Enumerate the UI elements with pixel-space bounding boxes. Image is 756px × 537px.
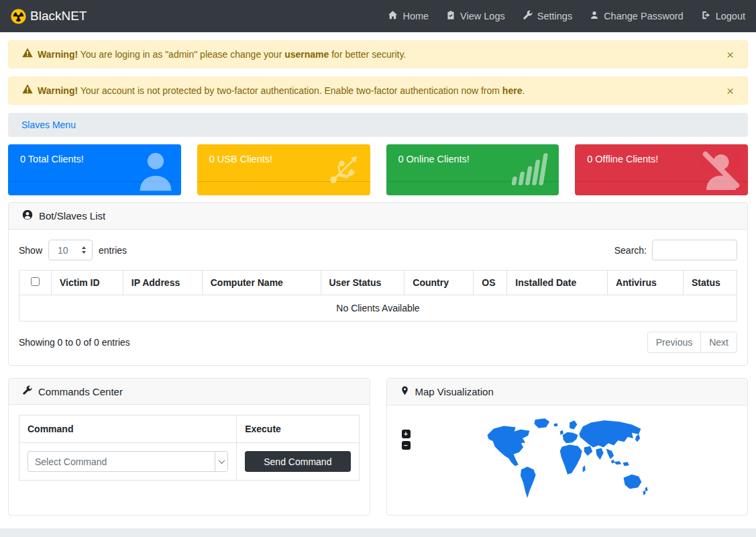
slaves-menu-link[interactable]: Slaves Menu [21,119,76,130]
map-card: Map Visualization + − [386,378,749,516]
previous-page-button[interactable]: Previous [647,332,701,353]
alert-text: You are loging in as "admin" please chan… [78,49,284,60]
total-clients-card: 0 Total Clients! [8,144,181,195]
column-country[interactable]: Country [404,271,474,295]
stats-row: 0 Total Clients! 0 USB Clients! 0 Online… [8,144,748,195]
offline-clients-label: 0 Offline Clients! [575,144,748,174]
clients-table: Victim ID IP Address Computer Name User … [19,270,737,322]
column-os[interactable]: OS [474,271,507,295]
page-length-value: 10 [58,245,68,256]
nav-label: Logout [716,11,745,21]
online-clients-card: 0 Online Clients! [386,144,559,195]
table-info: Showing 0 to 0 of 0 entries [19,337,130,348]
nav-item-view-logs[interactable]: View Logs [446,10,505,22]
clipboard-icon [446,10,455,22]
alert-text: Your account is not protected by two-fac… [78,85,502,96]
pagination: Previous Next [647,332,737,353]
nav-item-change-password[interactable]: Change Password [590,10,684,22]
alert-username-warning: Warning! You are loging in as "admin" pl… [8,40,748,68]
table-header-row: Victim ID IP Address Computer Name User … [19,271,737,295]
next-page-button[interactable]: Next [700,332,737,353]
command-select[interactable]: Select Command [28,451,228,472]
world-map-container[interactable]: + − [387,413,748,515]
close-icon[interactable]: × [726,85,734,97]
page-length-control: Show 10 entries [19,240,127,260]
page-length-select[interactable]: 10 [48,240,93,260]
zoom-out-button[interactable]: − [402,441,411,450]
map-zoom-controls: + − [402,430,411,450]
commands-center-card: Commands Center Command Execute [8,378,370,516]
map-marker-icon [400,385,409,398]
command-select-value: Select Command [35,456,107,467]
footer: Copyright © BLACKNET by Black.Hacker - 2… [0,528,756,537]
close-icon[interactable]: × [726,48,734,61]
navbar: BlackNET Home View Logs Settings Change … [0,0,756,32]
warning-triangle-icon [22,48,38,61]
home-icon [388,10,398,22]
show-label: Show [19,245,42,256]
commands-center-title: Commands Center [38,386,123,397]
empty-row: No Clients Available [19,295,737,322]
usb-clients-label: 0 USB Clients! [197,144,370,174]
nav-label: Change Password [604,11,684,21]
zoom-in-button[interactable]: + [402,430,411,438]
chevron-down-icon [215,452,227,471]
wrench-icon [22,385,32,397]
radiation-icon [11,9,26,24]
warning-triangle-icon [22,84,38,97]
column-victim-id[interactable]: Victim ID [51,271,123,295]
command-column-header: Command [19,416,237,443]
usb-clients-card: 0 USB Clients! [197,144,370,195]
column-antivirus[interactable]: Antivirus [608,271,684,295]
alert-tail: . [522,85,525,96]
nav-item-settings[interactable]: Settings [523,10,572,22]
search-label: Search: [614,245,647,256]
alert-2fa-warning: Warning! Your account is not protected b… [8,77,748,105]
entries-label: entries [99,245,127,256]
select-all-header [19,271,52,295]
execute-column-header: Execute [237,416,359,443]
twofa-here-link[interactable]: here [502,85,523,96]
world-map [477,413,657,503]
nav-links: Home View Logs Settings Change Password … [388,10,745,22]
bot-slaves-card: Bot/Slaves List Show 10 entries Search: [8,202,748,366]
column-computer-name[interactable]: Computer Name [202,271,321,295]
search-control: Search: [614,240,737,260]
brand-text: BlackNET [30,9,87,23]
column-status[interactable]: Status [683,271,737,295]
sign-out-icon [701,10,711,22]
select-arrows-icon [82,246,86,254]
map-title: Map Visualization [415,386,494,397]
nav-label: Home [402,11,429,21]
commands-table: Command Execute Select Command [19,415,360,481]
search-input[interactable] [652,240,737,260]
column-ip-address[interactable]: IP Address [123,271,202,295]
bot-slaves-title: Bot/Slaves List [39,210,105,222]
user-icon [590,10,599,22]
brand-link[interactable]: BlackNET [11,9,87,24]
user-circle-icon [22,209,33,222]
bot-slaves-header: Bot/Slaves List [9,203,747,230]
nav-label: Settings [537,11,572,21]
total-clients-label: 0 Total Clients! [8,144,181,174]
wrench-icon [523,10,533,22]
select-all-checkbox[interactable] [31,277,40,286]
offline-clients-card: 0 Offline Clients! [575,144,748,195]
alert-bold: username [284,49,329,60]
online-clients-label: 0 Online Clients! [386,144,559,174]
column-installed-date[interactable]: Installed Date [507,271,608,295]
nav-label: View Logs [460,11,505,21]
alert-label: Warning! [38,85,78,96]
send-command-button[interactable]: Send Command [245,451,350,472]
column-user-status[interactable]: User Status [321,271,404,295]
nav-item-logout[interactable]: Logout [701,10,745,22]
alert-label: Warning! [38,49,78,60]
commands-center-header: Commands Center [9,379,370,405]
slaves-menu-bar: Slaves Menu [8,113,748,137]
empty-message: No Clients Available [19,295,737,322]
nav-item-home[interactable]: Home [388,10,429,22]
alert-tail: for better security. [329,49,406,60]
map-header: Map Visualization [387,379,748,405]
